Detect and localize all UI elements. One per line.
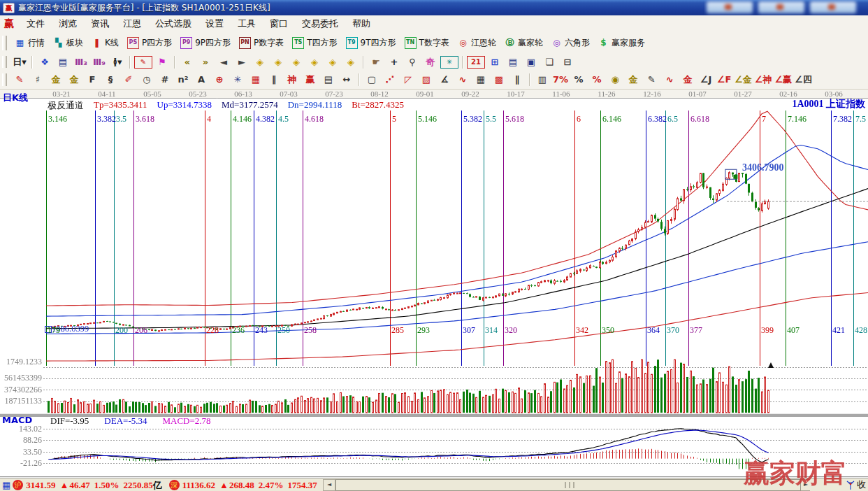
menu-item-0[interactable]: 文件 — [20, 16, 52, 31]
calculator-icon[interactable]: ⊞ — [486, 55, 503, 69]
circle-cross-icon[interactable]: ⊕ — [211, 73, 228, 87]
angle-f-icon[interactable]: ∠F — [716, 73, 732, 87]
menu-item-9[interactable]: 帮助 — [345, 16, 377, 31]
menu-item-4[interactable]: 公式选股 — [148, 16, 198, 31]
sz-index-price[interactable]: 11136.62 — [182, 480, 215, 491]
percent-line-icon[interactable]: % — [588, 73, 605, 87]
gold-bar-icon[interactable]: 金 — [625, 73, 642, 87]
toolbar-button-p-number[interactable]: PNP数字表 — [235, 36, 288, 50]
gold-gann-b-icon[interactable]: 金 — [66, 73, 82, 87]
hatch-ruler-icon[interactable]: ♯ — [29, 73, 46, 87]
angle-si-icon[interactable]: ∠四 — [794, 73, 813, 87]
ying-tool-icon[interactable]: 赢 — [302, 73, 319, 87]
sz-index-icon[interactable]: 深 — [169, 480, 180, 490]
gann-diamond-1-icon[interactable]: ◈ — [252, 55, 268, 69]
gann-diamond-3-icon[interactable]: ◈ — [288, 55, 305, 69]
save-icon[interactable]: ▣ — [523, 55, 540, 69]
hand-tool-icon[interactable]: ☛ — [368, 55, 384, 69]
chart-3-icon[interactable]: Ⅲ₃ — [73, 55, 89, 69]
toolbar-button-hexagon[interactable]: ◎六角形 — [547, 36, 594, 50]
toolbar-button-gann-wheel[interactable]: ◎江恩轮 — [454, 36, 500, 50]
toolbar-button-market-grid[interactable]: ▦行情 — [10, 36, 49, 50]
grid-c-icon[interactable]: ▩ — [491, 73, 507, 87]
gold-gann-a-icon[interactable]: 金 — [48, 73, 64, 87]
apex-line-icon[interactable]: A — [193, 73, 210, 87]
pencil-icon[interactable]: ✎ — [11, 73, 28, 87]
qimen-icon[interactable]: 奇 — [422, 55, 439, 69]
toolbar-button-t-number[interactable]: TNT数字表 — [400, 36, 454, 50]
smart-analysis-icon[interactable]: ✳ — [440, 56, 458, 69]
toolbar-button-p-square[interactable]: PSP四方形 — [123, 36, 176, 50]
toolbar-button-kline[interactable]: ❚K线 — [87, 36, 123, 50]
info-list-icon[interactable]: ▤ — [55, 55, 71, 69]
hatch-b-icon[interactable]: # — [157, 73, 173, 87]
toolbar-button-9p-square[interactable]: P99P四方形 — [176, 36, 235, 50]
gann-diamond-6-icon[interactable]: ◈ — [342, 55, 359, 69]
n-square-icon[interactable]: n² — [175, 73, 191, 87]
angle-gold-icon[interactable]: ∠金 — [734, 73, 753, 87]
gann-diamond-4-icon[interactable]: ◈ — [306, 55, 323, 69]
sh-index-price[interactable]: 3141.59 — [26, 480, 55, 491]
menu-item-6[interactable]: 工具 — [231, 16, 263, 31]
angle-icon[interactable]: ∡ — [436, 73, 453, 87]
snapshot-icon[interactable]: ❏ — [541, 55, 558, 69]
toolbar-button-service[interactable]: $赢家服务 — [594, 36, 649, 50]
grid-b-icon[interactable]: ▦ — [472, 73, 489, 87]
corner-fan-icon[interactable]: ◸ — [400, 73, 417, 87]
menu-item-8[interactable]: 交易委托 — [295, 16, 345, 31]
bar-pair-icon[interactable]: ‖ — [266, 73, 282, 87]
print-icon[interactable]: ⊟ — [559, 55, 576, 69]
fib-f-icon[interactable]: F — [84, 73, 101, 87]
ruler-123-icon[interactable]: ▤ — [320, 73, 337, 87]
angle-shen-icon[interactable]: ∠神 — [754, 73, 773, 87]
period-candle-icon[interactable]: 日▾ — [11, 55, 28, 69]
crosshair-icon[interactable]: + — [386, 55, 403, 69]
nav-next-icon[interactable]: ► — [233, 55, 250, 69]
gold-red-icon[interactable]: 金 — [679, 73, 696, 87]
nav-prev-icon[interactable]: ◄ — [215, 55, 232, 69]
spider-web-icon[interactable]: ✳ — [229, 73, 246, 87]
kline-chart-canvas[interactable] — [0, 89, 868, 478]
market-monitor-icon[interactable]: ❖ — [36, 55, 53, 69]
gann-diamond-5-icon[interactable]: ◈ — [324, 55, 341, 69]
menu-item-2[interactable]: 资讯 — [84, 16, 116, 31]
wave-icon[interactable]: ∿ — [454, 73, 471, 87]
box-hatch-icon[interactable]: ▨ — [418, 73, 435, 87]
edit-formula-icon[interactable]: ✎ — [134, 56, 152, 69]
toolbar-button-winner-wheel[interactable]: Ⓑ赢家轮 — [500, 36, 547, 50]
report-icon[interactable]: ▤ — [505, 55, 521, 69]
menu-item-1[interactable]: 浏览 — [52, 16, 84, 31]
scrollbar-track[interactable] — [335, 479, 800, 490]
scrollbar-thumb[interactable] — [335, 479, 801, 491]
candle-edit-icon[interactable]: ✎ — [643, 73, 660, 87]
volume-ruler-icon[interactable]: ▥ — [534, 73, 551, 87]
nav-last-icon[interactable]: » — [197, 55, 214, 69]
color-flag-icon[interactable]: ⚑ — [154, 55, 171, 69]
percent-icon[interactable]: % — [570, 73, 587, 87]
scroll-left-button[interactable]: ◄ — [323, 479, 335, 491]
spiral-icon[interactable]: § — [102, 73, 119, 87]
angle-j-icon[interactable]: ∠J — [697, 73, 714, 87]
toolbar-button-t-square[interactable]: TST四方形 — [288, 36, 341, 50]
gold-circle-icon[interactable]: ◉ — [607, 73, 623, 87]
grid-red-icon[interactable]: ▦ — [247, 73, 264, 87]
box-select-icon[interactable]: ▢ — [363, 73, 380, 87]
candle-type-icon[interactable]: ≬▾ — [109, 55, 126, 69]
fan-lines-icon[interactable]: ⋰ — [382, 73, 398, 87]
cycle-clock-icon[interactable]: ◷ — [138, 73, 155, 87]
nav-first-icon[interactable]: « — [179, 55, 196, 69]
zoom-tool-icon[interactable]: ⚲ — [404, 55, 421, 69]
gann-diamond-2-icon[interactable]: ◈ — [270, 55, 287, 69]
chart-9-icon[interactable]: Ⅲ₉ — [91, 55, 108, 69]
percent-7-icon[interactable]: 7% — [552, 73, 569, 87]
wave-b-icon[interactable]: ∿ — [661, 73, 678, 87]
width-arrow-icon[interactable]: ↔ — [338, 73, 355, 87]
sh-index-icon[interactable]: 沪 — [13, 480, 23, 490]
toolbar-button-sectors[interactable]: ▚板块 — [49, 36, 87, 50]
menu-item-5[interactable]: 设置 — [198, 16, 231, 31]
angle-ying-icon[interactable]: ∠赢 — [774, 73, 793, 87]
shen-tool-icon[interactable]: 神 — [284, 73, 301, 87]
calendar-icon[interactable]: 21 — [467, 56, 485, 69]
market-table-icon[interactable]: ▦ — [2, 480, 10, 490]
horizontal-scrollbar[interactable]: ◄ ► — [323, 479, 812, 490]
